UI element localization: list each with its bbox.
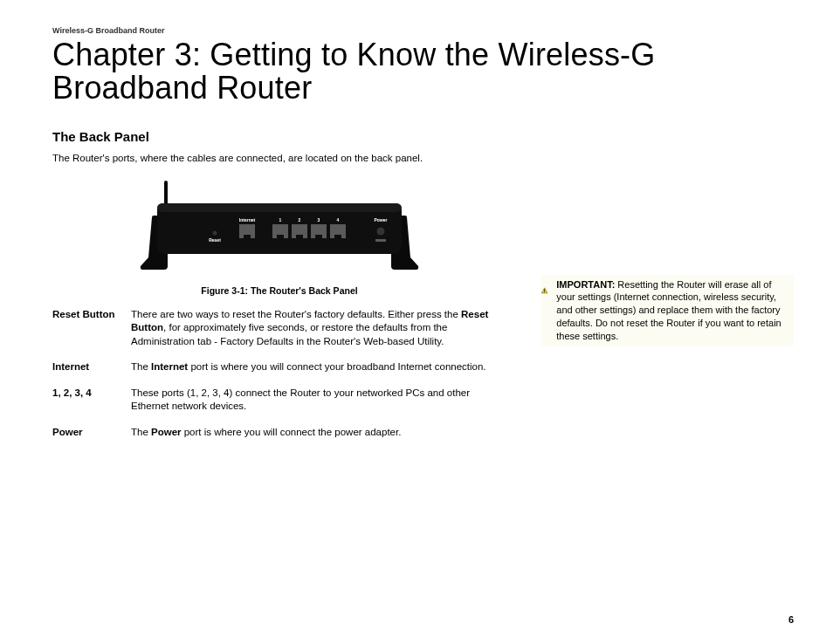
warning-icon (541, 278, 547, 303)
svg-rect-2 (157, 203, 402, 212)
def-row-power: Power The Power port is where you will c… (52, 426, 506, 440)
definitions-list: Reset Button There are two ways to reset… (52, 308, 506, 440)
important-note: IMPORTANT: Resetting the Router will era… (541, 275, 794, 346)
svg-rect-5 (244, 235, 251, 240)
label-reset: Reset (209, 237, 221, 243)
page-number: 6 (788, 614, 794, 625)
figure-caption: Figure 3-1: The Router's Back Panel (52, 285, 506, 296)
svg-rect-17 (544, 289, 545, 291)
section-intro: The Router's ports, where the cables are… (52, 153, 794, 163)
def-term: Internet (52, 360, 131, 374)
label-port1: 1 (279, 217, 282, 223)
svg-rect-13 (334, 235, 341, 240)
svg-rect-0 (164, 181, 168, 207)
def-term: 1, 2, 3, 4 (52, 387, 131, 414)
def-term: Reset Button (52, 308, 131, 349)
def-row-lan: 1, 2, 3, 4 These ports (1, 2, 3, 4) conn… (52, 387, 506, 414)
label-power: Power (374, 217, 387, 223)
note-text: IMPORTANT: Resetting the Router will era… (556, 278, 788, 343)
def-row-reset: Reset Button There are two ways to reset… (52, 308, 506, 349)
svg-point-14 (377, 227, 385, 235)
label-port4: 4 (337, 217, 340, 223)
section-title: The Back Panel (52, 129, 794, 144)
figure-router-back-panel: Reset Internet 1 2 (52, 181, 506, 277)
def-desc: The Internet port is where you will conn… (131, 360, 506, 374)
svg-point-3 (213, 230, 217, 235)
def-term: Power (52, 426, 131, 440)
right-column: IMPORTANT: Resetting the Router will era… (541, 181, 794, 346)
label-internet: Internet (239, 217, 256, 223)
running-header: Wireless-G Broadband Router (52, 26, 794, 35)
def-desc: There are two ways to reset the Router's… (131, 308, 506, 349)
left-column: Reset Internet 1 2 (52, 181, 506, 452)
svg-rect-15 (375, 239, 386, 242)
def-row-internet: Internet The Internet port is where you … (52, 360, 506, 374)
chapter-title: Chapter 3: Getting to Know the Wireless-… (52, 38, 794, 105)
svg-rect-9 (296, 235, 303, 240)
label-port2: 2 (299, 217, 301, 223)
label-port3: 3 (318, 217, 320, 223)
def-desc: The Power port is where you will connect… (131, 426, 506, 440)
def-desc: These ports (1, 2, 3, 4) connect the Rou… (131, 387, 506, 414)
router-illustration: Reset Internet 1 2 (140, 181, 419, 277)
svg-rect-11 (315, 235, 322, 240)
svg-rect-7 (277, 235, 284, 240)
svg-rect-18 (544, 291, 545, 292)
